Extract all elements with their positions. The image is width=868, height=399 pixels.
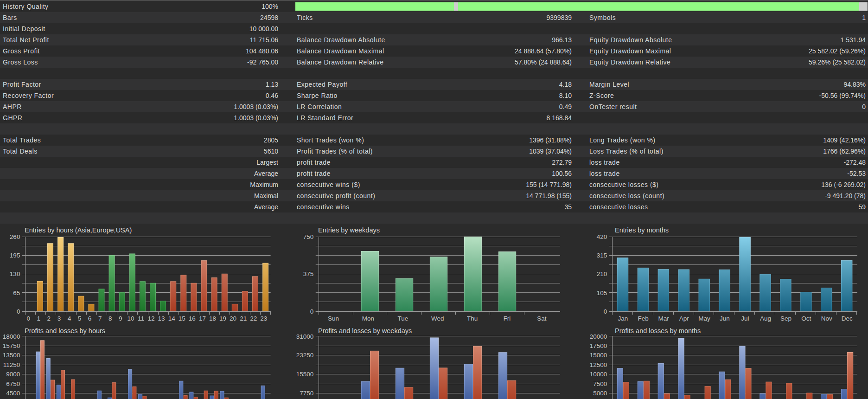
svg-text:Jun: Jun <box>720 315 730 322</box>
svg-text:5: 5 <box>78 315 82 322</box>
svg-text:12: 12 <box>147 315 154 322</box>
svg-text:20000: 20000 <box>590 333 607 340</box>
svg-text:2: 2 <box>47 315 51 322</box>
svg-text:Feb: Feb <box>638 315 649 322</box>
svg-text:10: 10 <box>127 315 134 322</box>
svg-text:750: 750 <box>303 233 314 240</box>
svg-text:Entries by months: Entries by months <box>615 226 669 234</box>
svg-text:195: 195 <box>10 252 20 259</box>
svg-text:6: 6 <box>88 315 92 322</box>
svg-text:375: 375 <box>303 270 314 277</box>
svg-text:8: 8 <box>108 315 112 322</box>
svg-text:7750: 7750 <box>300 390 313 397</box>
svg-text:11: 11 <box>138 315 144 322</box>
svg-text:7500: 7500 <box>593 380 607 387</box>
svg-text:420: 420 <box>597 233 607 240</box>
svg-text:Aug: Aug <box>760 315 771 322</box>
svg-text:1: 1 <box>37 315 41 322</box>
svg-text:13500: 13500 <box>3 352 20 359</box>
svg-text:Profits and losses by weekdays: Profits and losses by weekdays <box>318 327 412 335</box>
svg-text:15: 15 <box>179 315 185 322</box>
svg-text:Profits and losses by months: Profits and losses by months <box>615 327 701 335</box>
svg-text:11250: 11250 <box>3 361 20 368</box>
svg-text:14: 14 <box>168 315 176 322</box>
svg-text:15750: 15750 <box>3 342 20 349</box>
svg-text:0: 0 <box>26 315 30 322</box>
svg-text:21: 21 <box>240 315 247 322</box>
svg-text:17: 17 <box>199 315 206 322</box>
svg-text:18000: 18000 <box>3 333 20 340</box>
svg-text:4500: 4500 <box>6 390 20 397</box>
svg-text:105: 105 <box>597 290 607 296</box>
svg-text:17500: 17500 <box>590 342 607 349</box>
svg-text:Entries by weekdays: Entries by weekdays <box>318 226 380 234</box>
svg-text:Jul: Jul <box>741 315 749 322</box>
svg-text:23250: 23250 <box>296 352 314 359</box>
svg-text:10000: 10000 <box>590 371 607 378</box>
svg-text:23: 23 <box>260 315 267 322</box>
svg-text:Mar: Mar <box>658 315 670 322</box>
svg-text:Entries by hours (Asia,Europe,: Entries by hours (Asia,Europe,USA) <box>25 226 132 234</box>
svg-text:19: 19 <box>219 315 226 322</box>
svg-text:20: 20 <box>230 315 236 322</box>
svg-text:0: 0 <box>17 308 20 315</box>
svg-text:22: 22 <box>250 315 257 322</box>
svg-text:Fri: Fri <box>504 315 511 322</box>
svg-text:16: 16 <box>189 315 196 322</box>
svg-text:31000: 31000 <box>296 333 314 340</box>
svg-text:Mon: Mon <box>362 315 374 322</box>
svg-text:Sun: Sun <box>328 315 339 322</box>
svg-text:260: 260 <box>10 233 20 240</box>
svg-text:Nov: Nov <box>821 315 832 322</box>
svg-text:6750: 6750 <box>6 380 20 387</box>
svg-text:Oct: Oct <box>801 315 811 322</box>
svg-text:Thu: Thu <box>467 315 478 322</box>
svg-text:315: 315 <box>597 252 607 259</box>
svg-text:5000: 5000 <box>593 390 607 397</box>
svg-text:13: 13 <box>158 315 165 322</box>
svg-text:Dec: Dec <box>842 315 853 322</box>
svg-text:210: 210 <box>597 270 607 277</box>
svg-text:65: 65 <box>13 290 20 296</box>
svg-text:15000: 15000 <box>590 352 607 359</box>
svg-text:4: 4 <box>68 315 71 322</box>
svg-text:Apr: Apr <box>679 315 689 322</box>
svg-text:12500: 12500 <box>590 361 607 368</box>
svg-text:May: May <box>698 315 710 322</box>
svg-text:9: 9 <box>119 315 122 322</box>
svg-text:Sep: Sep <box>780 315 791 322</box>
svg-text:Sat: Sat <box>537 315 547 322</box>
svg-text:Profits and losses by hours: Profits and losses by hours <box>25 327 105 335</box>
svg-text:Tue: Tue <box>397 315 408 322</box>
svg-text:15500: 15500 <box>296 371 314 378</box>
svg-text:Jan: Jan <box>618 315 628 322</box>
svg-text:9000: 9000 <box>6 371 20 378</box>
svg-text:7: 7 <box>98 315 102 322</box>
svg-text:130: 130 <box>10 270 20 277</box>
svg-text:Wed: Wed <box>431 315 444 322</box>
svg-text:0: 0 <box>310 308 314 315</box>
svg-text:3: 3 <box>57 315 61 322</box>
svg-text:18: 18 <box>209 315 216 322</box>
svg-text:0: 0 <box>604 308 607 315</box>
